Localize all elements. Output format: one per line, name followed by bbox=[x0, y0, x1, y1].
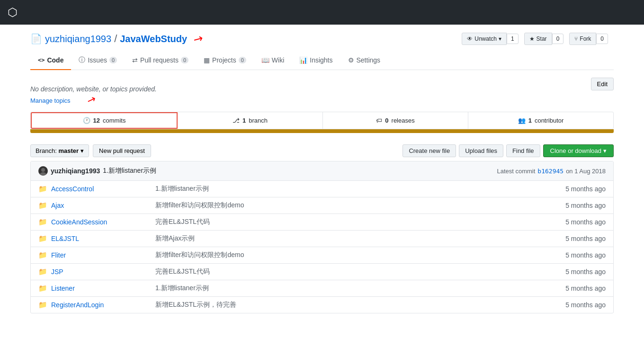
file-time-ago: 5 months ago bbox=[565, 202, 606, 209]
pr-badge: 0 bbox=[181, 57, 188, 63]
projects-badge: 0 bbox=[239, 57, 246, 63]
table-row: 📁 Fliter 新增filter和访问权限控制demo 5 months ag… bbox=[31, 247, 613, 264]
tab-settings-label: Settings bbox=[357, 56, 381, 64]
clone-or-download-button[interactable]: Clone or download ▾ bbox=[543, 144, 614, 157]
branches-count: 1 bbox=[242, 117, 246, 124]
commit-author-name[interactable]: yuzhiqiang1993 bbox=[51, 167, 100, 175]
latest-commit-prefix: Latest commit bbox=[497, 168, 535, 175]
issues-badge: 0 bbox=[109, 57, 117, 63]
top-navigation-bar: ⬡ bbox=[0, 0, 644, 25]
file-name-link[interactable]: CookieAndSession bbox=[51, 218, 155, 226]
unwatch-button[interactable]: 👁 Unwatch ▾ bbox=[462, 33, 507, 45]
folder-icon: 📁 bbox=[38, 185, 47, 193]
tab-insights[interactable]: 📊 Insights bbox=[292, 51, 340, 70]
file-time-ago: 5 months ago bbox=[565, 218, 606, 226]
star-icon: ★ bbox=[529, 36, 535, 42]
contributors-label: contributor bbox=[535, 117, 564, 124]
create-new-file-button[interactable]: Create new file bbox=[402, 144, 456, 157]
table-row: 📁 EL&JSTL 新增Ajax示例 5 months ago bbox=[31, 231, 613, 247]
tag-icon: 🏷 bbox=[376, 117, 382, 124]
tab-settings[interactable]: ⚙ Settings bbox=[340, 51, 388, 70]
file-time-ago: 5 months ago bbox=[565, 185, 606, 193]
insights-icon: 📊 bbox=[299, 56, 307, 64]
eye-icon: 👁 bbox=[467, 36, 473, 42]
file-time-ago: 5 months ago bbox=[565, 301, 606, 309]
tab-code[interactable]: <> Code bbox=[30, 51, 71, 70]
table-row: 📁 RegisterAndLogin 新增EL&JSTL示例，待完善 5 mon… bbox=[31, 297, 613, 313]
repo-owner-link[interactable]: yuzhiqiang1993 bbox=[45, 34, 111, 44]
folder-icon: 📁 bbox=[38, 234, 47, 243]
file-commit-message: 新增filter和访问权限控制demo bbox=[155, 251, 565, 259]
repo-toolbar: Branch: master ▾ New pull request Create… bbox=[30, 141, 614, 161]
contributors-count: 1 bbox=[528, 117, 532, 124]
star-group: ★ Star 0 bbox=[524, 33, 568, 45]
stat-branches[interactable]: ⎇ 1 branch bbox=[178, 112, 323, 129]
file-name-link[interactable]: EL&JSTL bbox=[51, 235, 155, 242]
file-name-link[interactable]: Fliter bbox=[51, 251, 155, 259]
upload-files-button[interactable]: Upload files bbox=[459, 144, 503, 157]
stat-contributors[interactable]: 👥 1 contributor bbox=[468, 112, 613, 129]
language-bar bbox=[30, 129, 614, 133]
issue-icon: ⓘ bbox=[79, 56, 85, 64]
table-row: 📁 CookieAndSession 完善EL&JSTL代码 5 months … bbox=[31, 214, 613, 231]
tab-code-label: Code bbox=[47, 56, 63, 64]
folder-icon: 📁 bbox=[38, 301, 47, 309]
commit-sha-link[interactable]: b162945 bbox=[537, 168, 564, 175]
file-name-link[interactable]: Listener bbox=[51, 285, 155, 292]
repo-tabs: <> Code ⓘ Issues 0 ⇄ Pull requests 0 ▦ P… bbox=[30, 51, 614, 70]
file-table: yuzhiqiang1993 1.新增listaner示例 Latest com… bbox=[30, 161, 614, 313]
stat-releases[interactable]: 🏷 0 releases bbox=[323, 112, 468, 129]
file-name-link[interactable]: Ajax bbox=[51, 202, 155, 209]
commit-date: on 1 Aug 2018 bbox=[566, 168, 606, 175]
svg-point-0 bbox=[41, 168, 45, 172]
settings-icon: ⚙ bbox=[348, 56, 354, 64]
folder-icon: 📁 bbox=[38, 218, 47, 226]
find-file-button[interactable]: Find file bbox=[506, 144, 540, 157]
manage-topics-link[interactable]: Manage topics bbox=[30, 97, 71, 104]
repo-actions: 👁 Unwatch ▾ 1 ★ Star 0 ⑂ Fork 0 bbox=[462, 33, 614, 45]
commit-message: 1.新增listaner示例 bbox=[103, 167, 156, 175]
avatar-svg bbox=[38, 166, 48, 176]
edit-description-button[interactable]: Edit bbox=[591, 78, 614, 90]
tab-projects[interactable]: ▦ Projects 0 bbox=[196, 51, 254, 70]
new-pull-request-button[interactable]: New pull request bbox=[93, 144, 151, 157]
file-time-ago: 5 months ago bbox=[565, 251, 606, 259]
fork-group: ⑂ Fork 0 bbox=[569, 33, 612, 45]
file-name-link[interactable]: RegisterAndLogin bbox=[51, 301, 155, 309]
file-time-ago: 5 months ago bbox=[565, 285, 606, 292]
table-row: 📁 AccessControl 1.新增listaner示例 5 months … bbox=[31, 181, 613, 197]
branch-selector[interactable]: Branch: master ▾ bbox=[30, 144, 89, 157]
annotation-arrow: ↗ bbox=[191, 31, 206, 47]
commits-label: commits bbox=[103, 117, 125, 124]
pr-icon: ⇄ bbox=[132, 56, 138, 64]
tab-issues[interactable]: ⓘ Issues 0 bbox=[71, 51, 125, 70]
branch-icon: ⎇ bbox=[233, 117, 240, 124]
tab-projects-label: Projects bbox=[212, 56, 236, 64]
star-button[interactable]: ★ Star bbox=[524, 33, 552, 45]
file-commit-message: 完善EL&JSTL代码 bbox=[155, 218, 565, 226]
releases-label: releases bbox=[392, 117, 415, 124]
table-row: 📁 Ajax 新增filter和访问权限控制demo 5 months ago bbox=[31, 197, 613, 214]
people-icon: 👥 bbox=[518, 117, 526, 124]
folder-icon: 📁 bbox=[38, 251, 47, 259]
repo-title: 📄 yuzhiqiang1993 / JavaWebStudy ↗ bbox=[30, 32, 203, 45]
file-name-link[interactable]: AccessControl bbox=[51, 185, 155, 193]
file-time-ago: 5 months ago bbox=[565, 268, 606, 276]
unwatch-label: Unwatch bbox=[474, 36, 497, 42]
star-label: Star bbox=[537, 36, 547, 42]
stat-commits[interactable]: 🕐 12 commits bbox=[31, 112, 178, 129]
title-separator: / bbox=[114, 33, 117, 45]
file-commit-message: 完善EL&JSTL代码 bbox=[155, 267, 565, 276]
toolbar-right: Create new file Upload files Find file C… bbox=[402, 144, 614, 157]
folder-icon: 📁 bbox=[38, 201, 47, 210]
fork-button[interactable]: ⑂ Fork bbox=[569, 33, 596, 45]
repo-description-text: No description, website, or topics provi… bbox=[30, 78, 614, 97]
github-logo-icon[interactable]: ⬡ bbox=[8, 6, 18, 19]
file-name-link[interactable]: JSP bbox=[51, 268, 155, 276]
tab-pull-requests[interactable]: ⇄ Pull requests 0 bbox=[125, 51, 196, 70]
projects-icon: ▦ bbox=[204, 56, 210, 64]
folder-icon: 📁 bbox=[38, 267, 47, 276]
repo-name-link[interactable]: JavaWebStudy bbox=[120, 34, 187, 44]
tab-wiki[interactable]: 📖 Wiki bbox=[254, 51, 292, 70]
tab-pr-label: Pull requests bbox=[140, 56, 179, 64]
